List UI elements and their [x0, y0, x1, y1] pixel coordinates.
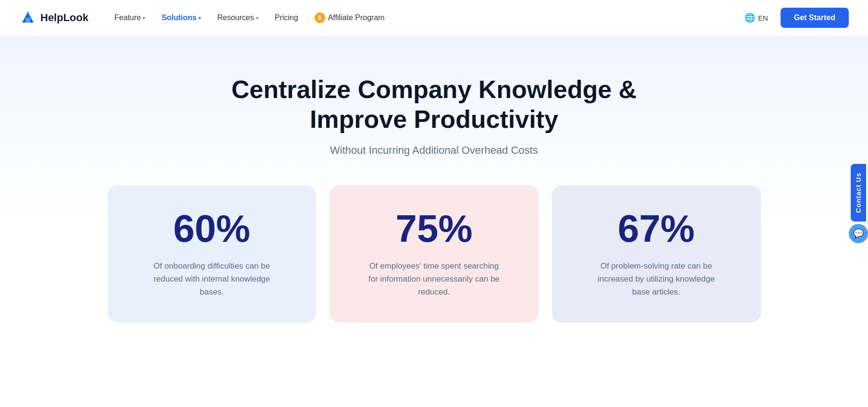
stat-card-3: 67% Of problem-solving rate can be incre… — [552, 185, 761, 323]
navbar: HelpLook Feature ▾ Solutions ▾ Resources… — [0, 0, 868, 36]
stat-card-1: 60% Of onboarding difficulties can be re… — [108, 185, 317, 323]
feature-chevron-icon: ▾ — [143, 15, 145, 21]
brand-name: HelpLook — [40, 12, 88, 24]
nav-right: 🌐 EN Get Started — [740, 8, 849, 28]
contact-sidebar: Contact Us 💬 — [849, 164, 868, 244]
nav-resources[interactable]: Resources ▾ — [210, 10, 265, 26]
svg-rect-3 — [25, 18, 30, 23]
stats-row: 60% Of onboarding difficulties can be re… — [98, 185, 770, 323]
stat-percent-1: 60% — [173, 210, 250, 248]
stat-desc-1: Of onboarding difficulties can be reduce… — [145, 259, 279, 299]
language-selector[interactable]: 🌐 EN — [740, 10, 773, 26]
nav-links: Feature ▾ Solutions ▾ Resources ▾ Pricin… — [108, 9, 740, 27]
get-started-button[interactable]: Get Started — [781, 8, 849, 28]
hero-title: Centralize Company Knowledge & Improve P… — [194, 74, 674, 135]
nav-pricing[interactable]: Pricing — [268, 10, 305, 26]
nav-feature[interactable]: Feature ▾ — [108, 10, 152, 26]
hero-subtitle: Without Incurring Additional Overhead Co… — [19, 144, 849, 157]
stat-percent-3: 67% — [618, 210, 695, 248]
stat-card-2: 75% Of employees' time spent searching f… — [330, 185, 538, 323]
solutions-chevron-icon: ▾ — [198, 15, 201, 21]
stat-desc-3: Of problem-solving rate can be increased… — [589, 259, 723, 299]
contact-chat-icon[interactable]: 💬 — [849, 224, 868, 243]
logo[interactable]: HelpLook — [19, 9, 88, 26]
nav-affiliate[interactable]: $ Affiliate Program — [308, 9, 391, 27]
resources-chevron-icon: ▾ — [256, 15, 258, 21]
contact-us-tab[interactable]: Contact Us — [851, 164, 866, 222]
nav-solutions[interactable]: Solutions ▾ — [155, 10, 208, 26]
stat-desc-2: Of employees' time spent searching for i… — [367, 259, 501, 299]
coin-icon: $ — [315, 12, 325, 23]
hero-section: Centralize Company Knowledge & Improve P… — [0, 36, 868, 351]
logo-icon — [19, 9, 37, 26]
stat-percent-2: 75% — [395, 210, 472, 248]
globe-icon: 🌐 — [745, 12, 755, 23]
